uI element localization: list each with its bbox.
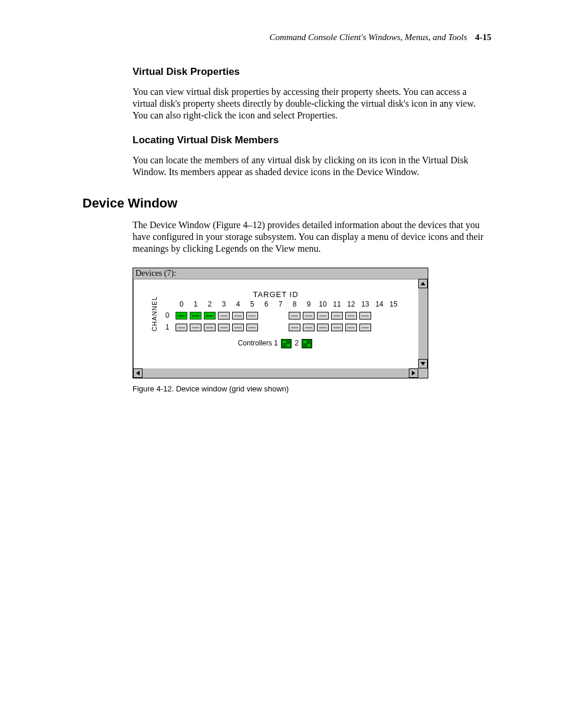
- device-cell: [273, 309, 287, 321]
- drive-icon[interactable]: [289, 312, 300, 319]
- drive-icon[interactable]: [303, 324, 315, 331]
- scroll-up-button[interactable]: [418, 279, 428, 288]
- target-id-header: 10: [316, 300, 330, 309]
- target-id-header: 8: [287, 300, 302, 309]
- drive-icon[interactable]: [232, 312, 244, 319]
- target-id-header: 4: [231, 300, 245, 309]
- drive-icon[interactable]: [246, 312, 258, 319]
- device-cell: [330, 309, 344, 321]
- drive-icon[interactable]: [289, 324, 300, 331]
- scroll-right-button[interactable]: [409, 368, 418, 378]
- drive-icon[interactable]: [303, 312, 315, 319]
- heading-device-window: Device Window: [82, 196, 491, 211]
- target-id-header: 12: [344, 300, 358, 309]
- drive-icon[interactable]: [345, 312, 357, 319]
- device-cell: [302, 321, 316, 333]
- vertical-scrollbar[interactable]: [418, 279, 428, 368]
- channel-row-label: 0: [160, 309, 174, 321]
- device-cell: [386, 321, 401, 333]
- chevron-right-icon: [412, 371, 415, 375]
- device-cell: [245, 309, 259, 321]
- target-id-header: 3: [217, 300, 231, 309]
- devices-window-title: Devices (7):: [133, 268, 428, 279]
- device-cell: [217, 321, 231, 333]
- figure-caption: Figure 4-12. Device window (grid view sh…: [133, 384, 491, 393]
- drive-icon[interactable]: [176, 324, 187, 331]
- drive-icon[interactable]: [190, 312, 201, 319]
- drive-icon[interactable]: [176, 312, 187, 319]
- drive-icon[interactable]: [331, 324, 343, 331]
- scrollbar-corner: [418, 368, 428, 378]
- device-cell: [330, 321, 344, 333]
- target-id-header: 0: [174, 300, 189, 309]
- device-cell: [174, 309, 189, 321]
- drive-icon[interactable]: [218, 324, 230, 331]
- device-cell: [189, 309, 203, 321]
- drive-icon[interactable]: [232, 324, 244, 331]
- drive-icon[interactable]: [331, 312, 343, 319]
- drive-icon[interactable]: [345, 324, 357, 331]
- device-cell: [358, 321, 372, 333]
- device-cell: [231, 309, 245, 321]
- running-title: Command Console Client's Windows, Menus,…: [270, 32, 467, 42]
- controller-number: 1: [274, 339, 280, 347]
- device-cell: [316, 309, 330, 321]
- heading-virtual-disk-properties: Virtual Disk Properties: [133, 66, 491, 78]
- heading-locating-members: Locating Virtual Disk Members: [133, 134, 491, 146]
- target-id-header: 11: [330, 300, 344, 309]
- scroll-down-button[interactable]: [418, 359, 428, 368]
- device-cell: [174, 321, 189, 333]
- device-cell: [231, 321, 245, 333]
- target-id-header: 13: [358, 300, 372, 309]
- devices-window: Devices (7): TARGET ID CHANNEL 012345678…: [133, 268, 428, 378]
- target-id-label: TARGET ID: [134, 290, 418, 299]
- drive-icon[interactable]: [359, 324, 371, 331]
- scroll-left-button[interactable]: [133, 368, 143, 378]
- drive-icon[interactable]: [317, 312, 329, 319]
- target-id-header: 15: [386, 300, 401, 309]
- target-id-header: 5: [245, 300, 259, 309]
- channel-axis-label: CHANNEL: [151, 302, 158, 331]
- target-id-header: 7: [273, 300, 287, 309]
- drive-icon[interactable]: [317, 324, 329, 331]
- chevron-up-icon: [421, 282, 425, 285]
- drive-icon[interactable]: [359, 312, 371, 319]
- device-cell: [316, 321, 330, 333]
- device-grid-table: 0123456789101112131415 01: [160, 300, 401, 333]
- paragraph-devwin: The Device Window (Figure 4–12) provides…: [133, 219, 491, 255]
- devices-grid-area: TARGET ID CHANNEL 0123456789101112131415…: [133, 279, 418, 368]
- drive-icon[interactable]: [246, 324, 258, 331]
- channel-row-label: 1: [160, 321, 174, 333]
- drive-icon[interactable]: [204, 324, 216, 331]
- target-id-header: 14: [372, 300, 386, 309]
- device-cell: [287, 321, 302, 333]
- controller-icon[interactable]: [302, 339, 312, 348]
- target-id-header: 1: [189, 300, 203, 309]
- controllers-row: Controllers 1 2: [134, 339, 418, 348]
- page-number: 4-15: [475, 32, 492, 42]
- drive-icon[interactable]: [204, 312, 216, 319]
- device-cell: [203, 321, 217, 333]
- target-id-header: 6: [259, 300, 273, 309]
- horizontal-scrollbar[interactable]: [133, 368, 418, 378]
- device-cell: [203, 309, 217, 321]
- device-cell: [358, 309, 372, 321]
- device-cell: [372, 309, 386, 321]
- device-cell: [189, 321, 203, 333]
- drive-icon[interactable]: [218, 312, 230, 319]
- device-cell: [259, 321, 273, 333]
- device-cell: [217, 309, 231, 321]
- device-cell: [259, 309, 273, 321]
- device-cell: [344, 321, 358, 333]
- controllers-label: Controllers: [238, 339, 272, 347]
- device-cell: [287, 309, 302, 321]
- running-header: Command Console Client's Windows, Menus,…: [82, 32, 491, 42]
- controller-icon[interactable]: [281, 339, 292, 348]
- device-cell: [372, 321, 386, 333]
- drive-icon[interactable]: [190, 324, 201, 331]
- target-id-header: 2: [203, 300, 217, 309]
- target-id-header: 9: [302, 300, 316, 309]
- chevron-down-icon: [421, 362, 425, 365]
- device-cell: [386, 309, 401, 321]
- chevron-left-icon: [136, 371, 140, 375]
